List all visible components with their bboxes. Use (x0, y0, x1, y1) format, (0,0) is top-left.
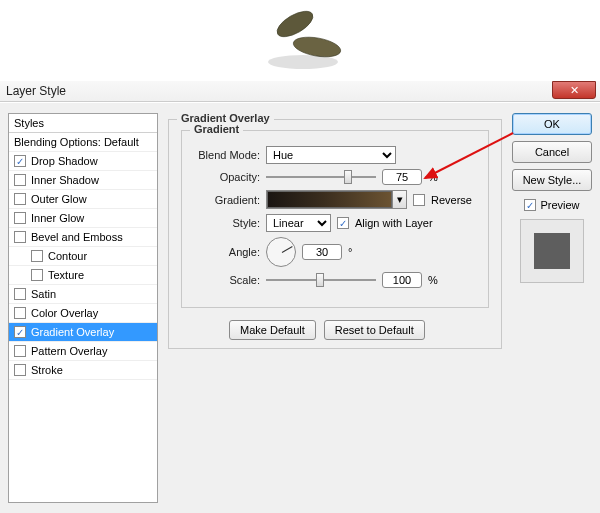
sidebar-item-label: Inner Glow (31, 212, 84, 224)
angle-label: Angle: (190, 246, 260, 258)
preview-label: Preview (540, 199, 579, 211)
sidebar-item-inner-shadow[interactable]: Inner Shadow (9, 171, 157, 190)
sidebar-item-drop-shadow[interactable]: Drop Shadow (9, 152, 157, 171)
blend-mode-label: Blend Mode: (190, 149, 260, 161)
sidebar-item-bevel-and-emboss[interactable]: Bevel and Emboss (9, 228, 157, 247)
close-button[interactable]: ✕ (552, 81, 596, 99)
sidebar-item-color-overlay[interactable]: Color Overlay (9, 304, 157, 323)
gradient-group: Gradient Blend Mode: Hue Opacity: 75 (181, 130, 489, 308)
dialog-body: Styles Blending Options: Default Drop Sh… (0, 103, 600, 513)
checkbox[interactable] (14, 307, 26, 319)
angle-value[interactable]: 30 (302, 244, 342, 260)
sidebar-item-label: Color Overlay (31, 307, 98, 319)
sidebar-item-label: Satin (31, 288, 56, 300)
opacity-unit: % (428, 171, 438, 183)
reverse-label: Reverse (431, 194, 472, 206)
scale-value[interactable]: 100 (382, 272, 422, 288)
checkbox[interactable] (14, 345, 26, 357)
checkbox[interactable] (14, 174, 26, 186)
close-icon: ✕ (570, 84, 579, 97)
preview-thumbnail (520, 219, 584, 283)
sidebar-header[interactable]: Styles (9, 114, 157, 133)
styles-sidebar: Styles Blending Options: Default Drop Sh… (8, 113, 158, 503)
sidebar-item-outer-glow[interactable]: Outer Glow (9, 190, 157, 209)
checkbox[interactable] (14, 288, 26, 300)
reverse-checkbox[interactable] (413, 194, 425, 206)
blend-mode-select[interactable]: Hue (266, 146, 396, 164)
sidebar-item-label: Inner Shadow (31, 174, 99, 186)
checkbox[interactable] (31, 269, 43, 281)
chevron-down-icon: ▾ (392, 191, 406, 208)
group-title: Gradient (190, 123, 243, 135)
align-checkbox[interactable] (337, 217, 349, 229)
sidebar-item-label: Bevel and Emboss (31, 231, 123, 243)
cancel-button[interactable]: Cancel (512, 141, 592, 163)
gradient-swatch (267, 191, 392, 208)
sidebar-item-stroke[interactable]: Stroke (9, 361, 157, 380)
new-style-button[interactable]: New Style... (512, 169, 592, 191)
scale-unit: % (428, 274, 438, 286)
opacity-value[interactable]: 75 (382, 169, 422, 185)
sidebar-item-label: Stroke (31, 364, 63, 376)
gradient-label: Gradient: (190, 194, 260, 206)
opacity-label: Opacity: (190, 171, 260, 183)
right-column: OK Cancel New Style... Preview (512, 113, 592, 503)
leaves-decoration (245, 0, 365, 80)
angle-dial[interactable] (266, 237, 296, 267)
svg-point-4 (268, 55, 338, 69)
sidebar-item-texture[interactable]: Texture (9, 266, 157, 285)
checkbox[interactable] (14, 193, 26, 205)
sidebar-blending-options[interactable]: Blending Options: Default (9, 133, 157, 152)
sidebar-item-contour[interactable]: Contour (9, 247, 157, 266)
sidebar-item-inner-glow[interactable]: Inner Glow (9, 209, 157, 228)
sidebar-item-label: Gradient Overlay (31, 326, 114, 338)
reset-default-button[interactable]: Reset to Default (324, 320, 425, 340)
checkbox[interactable] (14, 364, 26, 376)
sidebar-item-satin[interactable]: Satin (9, 285, 157, 304)
align-label: Align with Layer (355, 217, 433, 229)
sidebar-item-label: Outer Glow (31, 193, 87, 205)
style-label: Style: (190, 217, 260, 229)
style-select[interactable]: Linear (266, 214, 331, 232)
gradient-overlay-fieldset: Gradient Overlay Gradient Blend Mode: Hu… (168, 119, 502, 349)
svg-point-0 (273, 6, 317, 42)
checkbox[interactable] (31, 250, 43, 262)
opacity-slider[interactable] (266, 170, 376, 184)
titlebar: Layer Style (0, 81, 600, 102)
checkbox[interactable] (14, 326, 26, 338)
dialog-title: Layer Style (6, 84, 66, 98)
checkbox[interactable] (14, 212, 26, 224)
gradient-picker[interactable]: ▾ (266, 190, 407, 209)
sidebar-item-label: Pattern Overlay (31, 345, 107, 357)
sidebar-item-pattern-overlay[interactable]: Pattern Overlay (9, 342, 157, 361)
sidebar-item-gradient-overlay[interactable]: Gradient Overlay (9, 323, 157, 342)
sidebar-item-label: Contour (48, 250, 87, 262)
preview-checkbox[interactable] (524, 199, 536, 211)
main-panel: Gradient Overlay Gradient Blend Mode: Hu… (168, 113, 502, 503)
sidebar-item-label: Texture (48, 269, 84, 281)
ok-button[interactable]: OK (512, 113, 592, 135)
make-default-button[interactable]: Make Default (229, 320, 316, 340)
checkbox[interactable] (14, 155, 26, 167)
scale-label: Scale: (190, 274, 260, 286)
scale-slider[interactable] (266, 273, 376, 287)
angle-unit: ° (348, 246, 352, 258)
sidebar-item-label: Drop Shadow (31, 155, 98, 167)
checkbox[interactable] (14, 231, 26, 243)
